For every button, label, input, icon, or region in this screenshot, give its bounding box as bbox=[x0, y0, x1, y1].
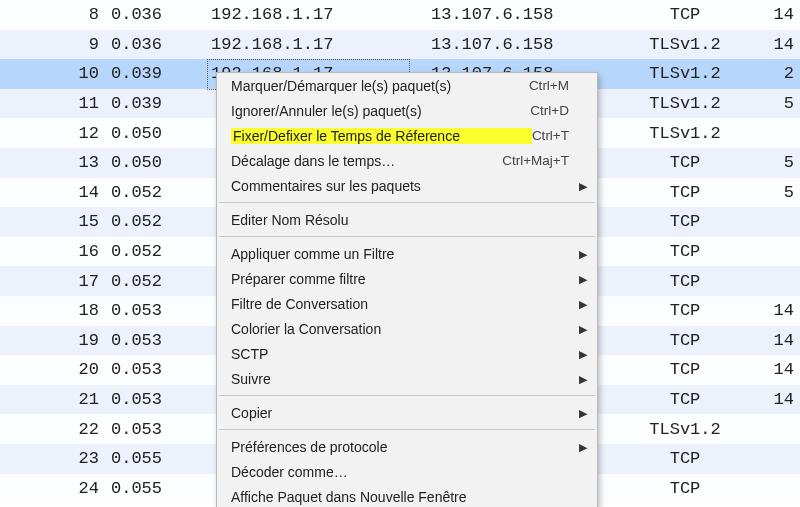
packet-len-cell[interactable]: 14 bbox=[750, 326, 800, 356]
packet-time-cell[interactable]: 0.039 bbox=[105, 59, 205, 89]
menu-item[interactable]: Commentaires sur les paquets▶ bbox=[217, 173, 597, 198]
packet-no-cell[interactable]: 18 bbox=[0, 296, 105, 326]
packet-len-cell[interactable] bbox=[750, 474, 800, 504]
chevron-right-icon: ▶ bbox=[579, 247, 587, 260]
packet-proto-cell[interactable]: TCP bbox=[620, 0, 750, 30]
packet-proto-cell[interactable]: TCP bbox=[620, 266, 750, 296]
menu-separator bbox=[219, 236, 595, 237]
packet-len-cell[interactable]: 14 bbox=[750, 296, 800, 326]
packet-proto-cell[interactable]: TCP bbox=[620, 444, 750, 474]
packet-dst-cell[interactable]: 13.107.6.158 bbox=[425, 30, 620, 60]
packet-time-cell[interactable]: 0.052 bbox=[105, 207, 205, 237]
packet-no-cell[interactable]: 19 bbox=[0, 326, 105, 356]
menu-item[interactable]: Affiche Paquet dans Nouvelle Fenêtre bbox=[217, 484, 597, 507]
packet-time-cell[interactable]: 0.053 bbox=[105, 296, 205, 326]
packet-no-cell[interactable]: 22 bbox=[0, 414, 105, 444]
menu-item[interactable]: Suivre▶ bbox=[217, 366, 597, 391]
menu-item[interactable]: Marquer/Démarquer le(s) paquet(s)Ctrl+M bbox=[217, 73, 597, 98]
menu-item-label: Fixer/Defixer le Temps de Réference bbox=[231, 128, 532, 144]
menu-item[interactable]: Colorier la Conversation▶ bbox=[217, 316, 597, 341]
packet-time-cell[interactable]: 0.052 bbox=[105, 178, 205, 208]
packet-no-cell[interactable]: 21 bbox=[0, 385, 105, 415]
packet-time-cell[interactable]: 0.039 bbox=[105, 89, 205, 119]
packet-len-cell[interactable]: 5 bbox=[750, 148, 800, 178]
packet-len-cell[interactable]: 5 bbox=[750, 178, 800, 208]
packet-time-cell[interactable]: 0.053 bbox=[105, 385, 205, 415]
packet-no-cell[interactable]: 11 bbox=[0, 89, 105, 119]
packet-proto-cell[interactable]: TCP bbox=[620, 178, 750, 208]
menu-item-label: SCTP bbox=[231, 346, 569, 362]
packet-no-cell[interactable]: 14 bbox=[0, 178, 105, 208]
packet-time-cell[interactable]: 0.053 bbox=[105, 414, 205, 444]
menu-item[interactable]: Appliquer comme un Filtre▶ bbox=[217, 241, 597, 266]
packet-src-cell[interactable]: 192.168.1.17 bbox=[205, 0, 425, 30]
packet-proto-cell[interactable]: TLSv1.2 bbox=[620, 89, 750, 119]
packet-no-cell[interactable]: 8 bbox=[0, 0, 105, 30]
packet-proto-cell[interactable]: TLSv1.2 bbox=[620, 414, 750, 444]
menu-item[interactable]: Décoder comme… bbox=[217, 459, 597, 484]
packet-no-cell[interactable]: 15 bbox=[0, 207, 105, 237]
packet-time-cell[interactable]: 0.050 bbox=[105, 148, 205, 178]
packet-no-cell[interactable]: 16 bbox=[0, 237, 105, 267]
packet-time-cell[interactable]: 0.036 bbox=[105, 0, 205, 30]
packet-len-cell[interactable]: 2 bbox=[750, 59, 800, 89]
packet-len-cell[interactable]: 14 bbox=[750, 0, 800, 30]
packet-no-cell[interactable]: 10 bbox=[0, 59, 105, 89]
packet-len-cell[interactable] bbox=[750, 207, 800, 237]
packet-proto-cell[interactable]: TLSv1.2 bbox=[620, 30, 750, 60]
packet-proto-cell[interactable]: TCP bbox=[620, 207, 750, 237]
packet-no-cell[interactable]: 23 bbox=[0, 444, 105, 474]
packet-len-cell[interactable] bbox=[750, 414, 800, 444]
menu-item[interactable]: Ignorer/Annuler le(s) paquet(s)Ctrl+D bbox=[217, 98, 597, 123]
packet-time-cell[interactable]: 0.055 bbox=[105, 474, 205, 504]
table-row[interactable]: 90.036192.168.1.1713.107.6.158TLSv1.214 bbox=[0, 30, 800, 60]
packet-proto-cell[interactable]: TCP bbox=[620, 296, 750, 326]
packet-proto-cell[interactable]: TCP bbox=[620, 385, 750, 415]
packet-proto-cell[interactable]: TCP bbox=[620, 474, 750, 504]
packet-len-cell[interactable]: 14 bbox=[750, 385, 800, 415]
packet-time-cell[interactable]: 0.036 bbox=[105, 30, 205, 60]
packet-time-cell[interactable]: 0.052 bbox=[105, 266, 205, 296]
menu-item-label: Suivre bbox=[231, 371, 569, 387]
menu-item-label: Marquer/Démarquer le(s) paquet(s) bbox=[231, 78, 529, 94]
packet-len-cell[interactable]: 14 bbox=[750, 355, 800, 385]
menu-item[interactable]: Décalage dans le temps…Ctrl+Maj+T bbox=[217, 148, 597, 173]
packet-len-cell[interactable]: 14 bbox=[750, 30, 800, 60]
menu-item-label: Colorier la Conversation bbox=[231, 321, 569, 337]
packet-proto-cell[interactable]: TLSv1.2 bbox=[620, 118, 750, 148]
packet-proto-cell[interactable]: TCP bbox=[620, 237, 750, 267]
chevron-right-icon: ▶ bbox=[579, 322, 587, 335]
menu-item[interactable]: Préférences de protocole▶ bbox=[217, 434, 597, 459]
packet-time-cell[interactable]: 0.053 bbox=[105, 326, 205, 356]
table-row[interactable]: 80.036192.168.1.1713.107.6.158TCP14 bbox=[0, 0, 800, 30]
menu-item[interactable]: SCTP▶ bbox=[217, 341, 597, 366]
packet-len-cell[interactable]: 5 bbox=[750, 89, 800, 119]
packet-no-cell[interactable]: 13 bbox=[0, 148, 105, 178]
packet-len-cell[interactable] bbox=[750, 237, 800, 267]
packet-dst-cell[interactable]: 13.107.6.158 bbox=[425, 0, 620, 30]
packet-time-cell[interactable]: 0.053 bbox=[105, 355, 205, 385]
packet-proto-cell[interactable]: TCP bbox=[620, 326, 750, 356]
packet-time-cell[interactable]: 0.055 bbox=[105, 444, 205, 474]
packet-proto-cell[interactable]: TLSv1.2 bbox=[620, 59, 750, 89]
packet-no-cell[interactable]: 9 bbox=[0, 30, 105, 60]
packet-src-cell[interactable]: 192.168.1.17 bbox=[205, 30, 425, 60]
menu-item[interactable]: Fixer/Defixer le Temps de RéferenceCtrl+… bbox=[217, 123, 597, 148]
packet-proto-cell[interactable]: TCP bbox=[620, 355, 750, 385]
menu-item[interactable]: Copier▶ bbox=[217, 400, 597, 425]
packet-no-cell[interactable]: 20 bbox=[0, 355, 105, 385]
packet-time-cell[interactable]: 0.050 bbox=[105, 118, 205, 148]
menu-item[interactable]: Filtre de Conversation▶ bbox=[217, 291, 597, 316]
menu-item[interactable]: Préparer comme filtre▶ bbox=[217, 266, 597, 291]
menu-item-label: Copier bbox=[231, 405, 569, 421]
packet-len-cell[interactable] bbox=[750, 118, 800, 148]
context-menu[interactable]: Marquer/Démarquer le(s) paquet(s)Ctrl+MI… bbox=[216, 72, 598, 507]
packet-len-cell[interactable] bbox=[750, 444, 800, 474]
packet-time-cell[interactable]: 0.052 bbox=[105, 237, 205, 267]
packet-no-cell[interactable]: 17 bbox=[0, 266, 105, 296]
packet-proto-cell[interactable]: TCP bbox=[620, 148, 750, 178]
packet-len-cell[interactable] bbox=[750, 266, 800, 296]
menu-item[interactable]: Editer Nom Résolu bbox=[217, 207, 597, 232]
packet-no-cell[interactable]: 24 bbox=[0, 474, 105, 504]
packet-no-cell[interactable]: 12 bbox=[0, 118, 105, 148]
